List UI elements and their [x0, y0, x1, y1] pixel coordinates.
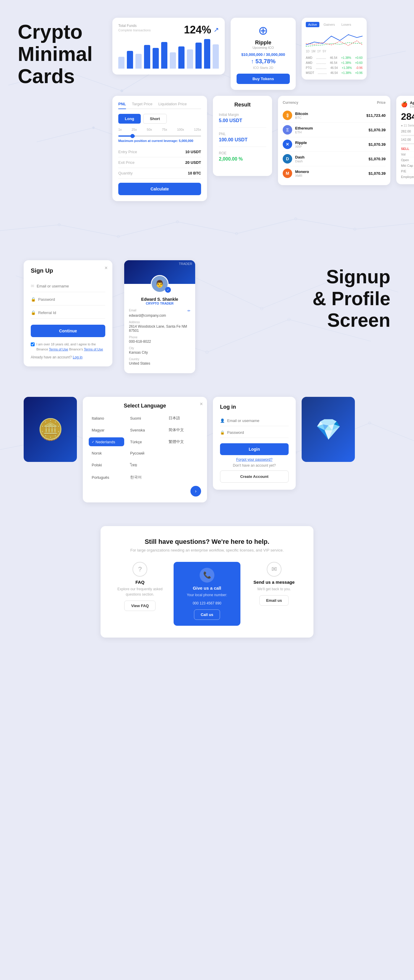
leverage-50: 50x: [146, 128, 152, 131]
language-card: × Select Language Italiano Suomi 日本語 Mag…: [83, 397, 207, 503]
time-1y[interactable]: 1Y: [317, 50, 321, 53]
tab-losers[interactable]: Losers: [339, 22, 353, 27]
login-button[interactable]: Login: [220, 443, 288, 455]
stock-mini-label: ● 11 Series: [401, 124, 414, 127]
phone-number: 000 123 4567 890: [180, 601, 235, 605]
time-5y[interactable]: 5Y: [323, 50, 326, 53]
lang-svenska[interactable]: Svenska: [127, 426, 162, 434]
pe-row: P/E23.9108: [401, 169, 414, 174]
lang-thai[interactable]: ไทย: [127, 460, 162, 470]
lang-nederlands[interactable]: ✓ Nederlands: [89, 438, 124, 446]
no-account-text: Don't have an account yet?: [220, 463, 288, 468]
faq-desc: Explore our frequently asked questions s…: [112, 586, 168, 597]
login-password-input[interactable]: [227, 430, 288, 435]
continue-button[interactable]: Continue: [31, 325, 105, 337]
login-link[interactable]: Log in: [73, 355, 83, 359]
call-column: 📞 Give us a call Your local phone number…: [174, 562, 241, 626]
terms-checkbox[interactable]: [31, 342, 35, 346]
password-input[interactable]: [38, 297, 105, 302]
ripple-card: ⊕ Ripple Upcoming ICO $10,000,000 / 30,0…: [231, 18, 296, 90]
time-1m[interactable]: 1M: [311, 50, 315, 53]
short-button[interactable]: Short: [143, 114, 167, 124]
calculate-button[interactable]: Calculate: [118, 183, 201, 195]
result-title: Result: [219, 102, 266, 108]
language-grid: Italiano Suomi 日本語 Magyar Svenska 简体中文 ✓…: [89, 414, 201, 482]
terms-link2[interactable]: Terms of Use: [84, 347, 103, 351]
lang-norsk[interactable]: Norsk: [89, 449, 124, 457]
tab-liquidation[interactable]: Liquidation Price: [158, 102, 186, 109]
email-icon: ✉: [267, 562, 282, 577]
lang-japanese[interactable]: 日本語: [166, 414, 201, 423]
leverage-25: 25x: [132, 128, 137, 131]
referral-input[interactable]: [38, 310, 105, 315]
profile-country-value: United States: [129, 361, 190, 366]
lang-russian[interactable]: Русский: [127, 449, 162, 457]
view-faq-button[interactable]: View FAQ: [124, 601, 156, 611]
login-email-icon: 👤: [220, 418, 225, 423]
tab-pnl[interactable]: PNL: [118, 102, 126, 109]
bitcoin-row: ₿ BitcoinBTC $11,723.40: [283, 108, 385, 123]
lang-chinese-traditional[interactable]: 繁體中文: [166, 438, 201, 446]
edit-icon[interactable]: ✏: [188, 309, 190, 313]
lang-polski[interactable]: Polski: [89, 460, 124, 470]
terms-section: I am over 18 years old, and I agree to t…: [31, 342, 105, 352]
ripple-sublabel: Upcoming ICO: [237, 46, 290, 49]
leverage-75: 75x: [162, 128, 167, 131]
lang-turkce[interactable]: Türkçe: [127, 438, 162, 446]
currency-card: Currency Price ₿ BitcoinBTC $11,723.40 Ξ: [278, 96, 390, 185]
currency-header-label: Currency: [283, 100, 298, 105]
lang-chinese-simplified[interactable]: 简体中文: [166, 426, 201, 434]
terms-text: I am over 18 years old, and I agree to t…: [37, 342, 105, 352]
profile-card: TRADER 👨 ✓ Edward S. Shankle CRYPTO TRAD…: [124, 260, 195, 373]
profile-city-field: City Kansas City: [129, 347, 190, 355]
login-password-field: 🔒: [220, 427, 288, 438]
tab-gainers[interactable]: Gainers: [321, 22, 338, 27]
3d-image-card: 💎: [302, 397, 355, 462]
chart-tabs-card: Active Gainers Losers 1D 1M: [302, 18, 367, 80]
leverage-100: 100x: [177, 128, 184, 131]
lang-portuguese[interactable]: Português: [89, 473, 124, 482]
lang-korean[interactable]: 한국어: [127, 473, 162, 482]
email-col-desc: We'll get back to you.: [246, 586, 302, 592]
stock-category: Electronic Technology: Telecommunication…: [410, 105, 414, 108]
lang-suomi[interactable]: Suomi: [127, 414, 162, 423]
pnl-calculator-card: PNL Target Price Liquidation Price Long …: [112, 96, 207, 201]
lang-italiano[interactable]: Italiano: [89, 414, 124, 423]
login-card: Log in 👤 🔒 Login Forgot your password? D…: [213, 397, 296, 490]
language-next-button[interactable]: ›: [190, 486, 201, 496]
login-email-input[interactable]: [227, 418, 288, 423]
tab-target-price[interactable]: Target Price: [132, 102, 152, 109]
buy-tokens-button[interactable]: Buy Tokens: [237, 74, 290, 84]
tab-active[interactable]: Active: [306, 22, 319, 27]
long-button[interactable]: Long: [118, 114, 141, 124]
svg-point-13: [176, 221, 178, 223]
stock-name: Apple Inc: [410, 100, 414, 105]
language-close-icon[interactable]: ×: [200, 401, 203, 407]
svg-point-15: [295, 218, 297, 220]
profile-city-value: Kansas City: [129, 350, 190, 355]
mktcap-row: Mkt Cap1263.0688: [401, 163, 414, 169]
terms-link[interactable]: Terms of Use: [49, 347, 68, 351]
forgot-password-link[interactable]: Forgot your password?: [220, 457, 288, 461]
profile-country-field: Country United States: [129, 358, 190, 366]
sell-row: SELL Technical Analysis 284.89: [401, 146, 414, 152]
svg-point-14: [236, 232, 238, 235]
signup-close-icon[interactable]: ×: [104, 265, 108, 271]
lock-icon: 🔒: [31, 297, 36, 302]
help-subtitle: For large organizations needing an enter…: [112, 548, 302, 552]
mini-line-chart: [306, 30, 363, 48]
quantity-field: Quantity 10 BTC: [118, 168, 201, 178]
language-title: Select Language: [89, 403, 201, 409]
email-input[interactable]: [37, 284, 105, 288]
call-us-button[interactable]: Call us: [194, 609, 220, 620]
call-title: Give us a call: [180, 585, 235, 590]
help-card: Still have questions? We're here to help…: [100, 526, 314, 638]
initial-margin-block: Initial Margin 5.00 USDT: [219, 113, 266, 128]
leverage-slider[interactable]: [118, 135, 201, 137]
lang-magyar[interactable]: Magyar: [89, 426, 124, 434]
verified-badge: ✓: [165, 287, 171, 293]
login-section: Already have an account? Log in: [31, 355, 105, 359]
email-us-button[interactable]: Email us: [260, 595, 288, 606]
create-account-button[interactable]: Create Account: [220, 471, 288, 483]
time-1d[interactable]: 1D: [306, 50, 310, 53]
